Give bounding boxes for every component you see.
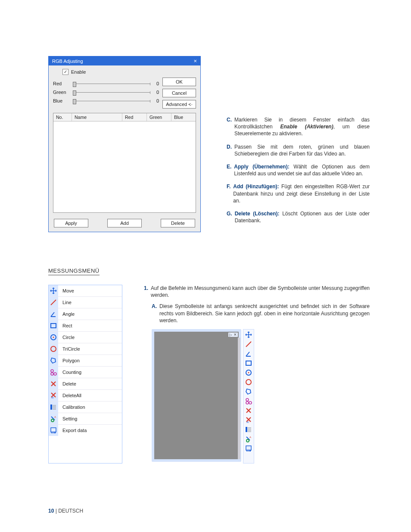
delete-button[interactable]: Delete xyxy=(161,219,195,227)
delete-icon xyxy=(50,380,57,387)
col-blue[interactable]: Blue xyxy=(171,113,196,121)
svg-text:csv: csv xyxy=(52,432,55,434)
svg-line-0 xyxy=(51,300,56,305)
export-icon: csv xyxy=(50,427,57,434)
menu-item-deleteall[interactable]: AllDeleteAll xyxy=(49,389,122,401)
menu-item-rect[interactable]: Rect xyxy=(49,320,122,331)
svg-text:All: All xyxy=(51,396,54,399)
note-g-label: G. xyxy=(227,210,232,224)
svg-point-4 xyxy=(51,346,56,352)
col-red[interactable]: Red xyxy=(122,113,147,121)
enable-checkbox[interactable]: ✓ xyxy=(62,69,68,75)
note-g-text: Delete (Löschen): Löscht Optionen aus de… xyxy=(235,210,370,224)
green-slider[interactable] xyxy=(73,92,150,93)
col-name[interactable]: Name xyxy=(72,113,122,121)
menu-item-counting[interactable]: Counting xyxy=(49,366,122,378)
num-1-label: 1. xyxy=(144,285,148,299)
delete-icon[interactable] xyxy=(245,407,252,414)
menu-item-circle[interactable]: Circle xyxy=(49,331,122,343)
menu-item-label: DeleteAll xyxy=(62,393,81,398)
move-icon[interactable] xyxy=(245,331,252,338)
dialog-titlebar[interactable]: RGB Adjusting × xyxy=(49,56,200,65)
export-icon[interactable]: csv xyxy=(245,445,252,452)
blue-slider[interactable] xyxy=(73,101,150,101)
footer-lang: DEUTSCH xyxy=(58,508,83,514)
note-d-text: Passen Sie mit dem roten, grünen und bla… xyxy=(234,143,370,157)
page-footer: 10 | DEUTSCH xyxy=(48,508,83,514)
notes-column: C. Markieren Sie in diesem Fenster einfa… xyxy=(227,56,370,230)
add-button[interactable]: Add xyxy=(107,219,142,227)
note-c-text: Markieren Sie in diesem Fenster einfach … xyxy=(234,116,370,137)
svg-point-21 xyxy=(246,401,249,404)
svg-point-18 xyxy=(248,372,249,373)
col-no[interactable]: No. xyxy=(53,113,72,121)
svg-rect-16 xyxy=(246,361,251,365)
move-icon xyxy=(50,287,57,294)
svg-point-6 xyxy=(51,373,53,375)
menu-item-label: Move xyxy=(62,288,74,293)
setting-icon[interactable]: A xyxy=(245,436,252,442)
menu-item-label: Rect xyxy=(62,323,72,328)
close-icon[interactable]: × xyxy=(193,58,197,64)
note-e-text: Apply (Übernehmen): Wählt die Optionen a… xyxy=(234,163,370,177)
menu-item-export-data[interactable]: csvExport data xyxy=(49,424,122,436)
polygon-icon[interactable] xyxy=(245,388,252,395)
svg-line-15 xyxy=(246,342,251,347)
circle-icon[interactable] xyxy=(245,369,252,376)
line-icon[interactable] xyxy=(245,341,252,348)
angle-icon[interactable] xyxy=(245,350,252,357)
svg-point-25 xyxy=(246,439,249,442)
menu-item-label: Circle xyxy=(62,335,75,340)
setting-icon: A xyxy=(50,415,57,422)
panel-controls[interactable]: ▷ ✕ xyxy=(228,333,238,337)
cancel-button[interactable]: Cancel xyxy=(162,89,196,97)
polygon-icon xyxy=(50,357,57,364)
note-f-text: Add (Hinzufügen): Fügt den eingestellten… xyxy=(233,183,370,204)
red-value: 0 xyxy=(153,81,159,86)
sub-a-text: Diese Symbolleiste ist anfangs senkrecht… xyxy=(159,303,370,324)
red-label: Red xyxy=(53,81,70,86)
rect-icon[interactable] xyxy=(245,360,252,367)
menu-item-label: Polygon xyxy=(62,358,80,363)
menu-item-label: Setting xyxy=(62,416,77,421)
counting-icon xyxy=(50,369,57,376)
ok-button[interactable]: OK xyxy=(162,78,196,86)
calibration-icon xyxy=(50,404,57,411)
scrollbar[interactable] xyxy=(238,338,240,459)
svg-point-22 xyxy=(249,401,252,404)
calibration-icon[interactable] xyxy=(245,426,252,433)
blue-value: 0 xyxy=(153,98,159,103)
num-1-text: Auf die Befehle im Messungsmenü kann auc… xyxy=(151,285,370,299)
svg-text:All: All xyxy=(246,421,249,423)
menu-item-polygon[interactable]: Polygon xyxy=(49,355,122,366)
green-value: 0 xyxy=(153,90,159,95)
svg-point-7 xyxy=(54,373,56,375)
red-slider[interactable] xyxy=(73,84,150,84)
menu-item-setting[interactable]: ASetting xyxy=(49,413,122,424)
menu-item-delete[interactable]: Delete xyxy=(49,378,122,389)
preview-panel: ▷ ✕ xyxy=(152,329,241,462)
svg-point-3 xyxy=(53,337,54,338)
counting-icon[interactable] xyxy=(245,398,252,404)
deleteall-icon[interactable]: All xyxy=(245,417,252,423)
preset-table[interactable]: No. Name Red Green Blue xyxy=(53,113,196,213)
svg-point-19 xyxy=(246,380,251,385)
svg-rect-9 xyxy=(50,404,52,410)
deleteall-icon: All xyxy=(50,392,57,399)
menu-item-angle[interactable]: Angle xyxy=(49,308,122,320)
menu-item-calibration[interactable]: Calibration xyxy=(49,401,122,413)
menu-item-line[interactable]: Line xyxy=(49,296,122,308)
enable-label: Enable xyxy=(71,69,86,75)
svg-rect-1 xyxy=(51,324,56,328)
svg-point-5 xyxy=(51,370,53,372)
note-e-label: E. xyxy=(227,163,231,177)
menu-item-move[interactable]: Move xyxy=(49,285,122,296)
tricircle-icon[interactable] xyxy=(245,379,252,386)
svg-text:A: A xyxy=(54,416,56,418)
col-green[interactable]: Green xyxy=(147,113,171,121)
apply-button[interactable]: Apply xyxy=(54,219,88,227)
menu-item-label: Delete xyxy=(62,381,76,386)
note-f-label: F. xyxy=(227,183,230,204)
menu-item-tricircle[interactable]: TriCircle xyxy=(49,343,122,355)
advanced-button[interactable]: Advanced <· xyxy=(162,100,196,109)
